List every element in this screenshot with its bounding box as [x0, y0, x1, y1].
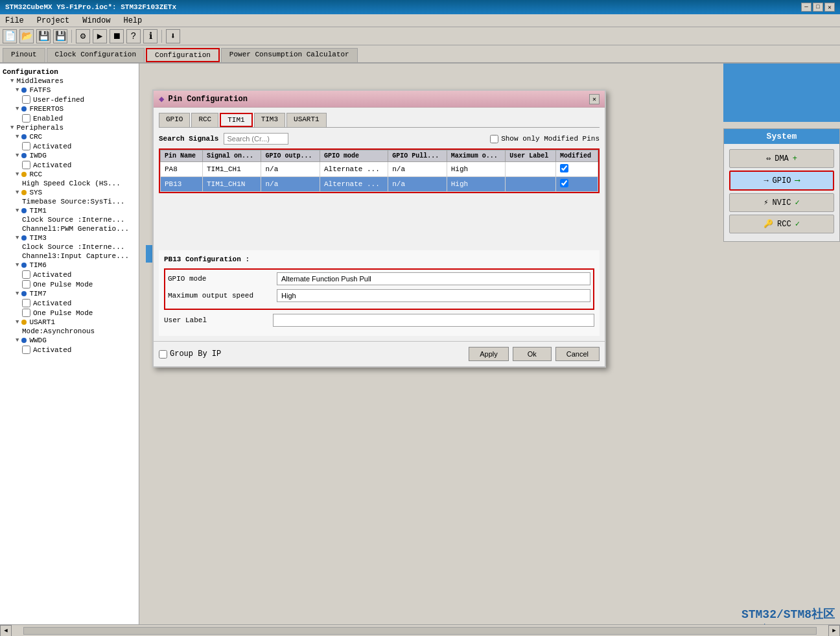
rcc-clock-label: High Speed Clock (HS... [22, 180, 121, 187]
middlewares-expand-icon: ▼ [10, 78, 14, 84]
apply-button[interactable]: Apply [469, 347, 509, 361]
window-controls: ─ □ ✕ [801, 3, 835, 12]
toolbar-save2[interactable]: 💾 [53, 29, 67, 43]
scroll-track[interactable] [23, 627, 817, 635]
tab-pinout[interactable]: Pinout [3, 48, 45, 62]
scroll-left-button[interactable]: ◀ [0, 625, 12, 637]
tab-configuration[interactable]: Configuration [146, 48, 220, 62]
fatfs-userdefined-checkbox[interactable] [22, 95, 30, 104]
toolbar-save[interactable]: 💾 [36, 29, 51, 43]
tree-wwdg[interactable]: ▼ WWDG [3, 336, 136, 345]
tree-tim7[interactable]: ▼ TIM7 [3, 289, 136, 298]
dialog-tab-tim1[interactable]: TIM1 [220, 113, 252, 127]
tree-tim1[interactable]: ▼ TIM1 [3, 206, 136, 215]
menu-window[interactable]: Window [80, 16, 113, 25]
freertos-enabled-label: Enabled [33, 115, 63, 123]
tree-usart1[interactable]: ▼ USART1 [3, 318, 136, 327]
tim6-onepulse-checkbox[interactable] [22, 280, 30, 289]
table-row[interactable]: PA8 TIM1_CH1 n/a Alternate ... n/a High [161, 162, 598, 177]
tree-peripherals[interactable]: ▼ Peripherals [3, 123, 136, 132]
toolbar-gear[interactable]: ⚙ [76, 29, 90, 43]
tree-fatfs[interactable]: ▼ FATFS [3, 86, 136, 95]
tim7-onepulse-checkbox[interactable] [22, 309, 30, 317]
toolbar-help[interactable]: ? [126, 29, 141, 43]
toolbar-info[interactable]: ℹ [143, 29, 158, 43]
close-window-button[interactable]: ✕ [824, 3, 835, 12]
tim1-clock-label: Clock Source :Interne... [22, 216, 124, 224]
gpio-mode-select[interactable]: Alternate Function Push Pull Alternate F… [277, 272, 590, 285]
row1-gpio-mode: Alternate ... [320, 162, 388, 177]
row2-gpio-mode: Alternate ... [320, 177, 388, 192]
tree-sys[interactable]: ▼ SYS [3, 188, 136, 197]
toolbar-download[interactable]: ⬇ [166, 29, 180, 43]
search-bar: Search Signals Show only Modified Pins [159, 133, 600, 145]
dialog-close-button[interactable]: ✕ [589, 94, 600, 104]
show-modified-checkbox[interactable] [490, 135, 498, 143]
tree-rcc[interactable]: ▼ RCC [3, 170, 136, 179]
toolbar-open[interactable]: 📂 [19, 29, 34, 43]
sys-expand-icon: ▼ [16, 189, 19, 196]
tree-rcc-clock: High Speed Clock (HS... [3, 179, 136, 188]
tim7-activated-checkbox[interactable] [22, 299, 30, 307]
menu-bar: File Project Window Help [0, 14, 840, 27]
menu-project[interactable]: Project [34, 16, 72, 25]
dialog-footer: Group By IP Apply Ok Cancel [154, 341, 605, 366]
menu-file[interactable]: File [3, 16, 27, 25]
toolbar: 📄 📂 💾 💾 ⚙ ▶ ⏹ ? ℹ ⬇ [0, 27, 840, 45]
ok-button[interactable]: Ok [513, 347, 552, 361]
cancel-button[interactable]: Cancel [555, 347, 600, 361]
dialog-pin-icon: ◆ [159, 93, 164, 104]
gpio-mode-label: GPIO mode [168, 275, 272, 283]
tab-power[interactable]: Power Consumption Calculator [221, 48, 358, 62]
freertos-label: FREERTOS [29, 105, 64, 113]
footer-right: Apply Ok Cancel [469, 347, 600, 361]
user-label-input[interactable] [273, 314, 594, 327]
tab-clock[interactable]: Clock Configuration [47, 48, 145, 62]
empty-space [159, 193, 600, 245]
toolbar-stop[interactable]: ⏹ [110, 29, 124, 43]
minimize-button[interactable]: ─ [801, 3, 811, 12]
row1-pin: PA8 [161, 162, 203, 177]
toolbar-run[interactable]: ▶ [93, 29, 107, 43]
iwdg-activated-checkbox[interactable] [22, 161, 30, 169]
max-speed-row: Maximum output speed High Medium Low [168, 289, 590, 302]
rcc-check-icon: ✓ [795, 219, 800, 229]
iwdg-label: IWDG [29, 152, 46, 159]
tree-tim6[interactable]: ▼ TIM6 [3, 261, 136, 270]
row2-gpio-out: n/a [261, 177, 320, 192]
maximize-button[interactable]: □ [813, 3, 823, 12]
system-nvic-button[interactable]: ⚡ NVIC ✓ [729, 193, 834, 212]
tree-tim3[interactable]: ▼ TIM3 [3, 233, 136, 242]
menu-help[interactable]: Help [121, 16, 145, 25]
tree-freertos[interactable]: ▼ FREERTOS [3, 104, 136, 113]
dialog-tab-tim3[interactable]: TIM3 [254, 113, 285, 127]
tree-crc[interactable]: ▼ CRC [3, 132, 136, 141]
wwdg-activated-checkbox[interactable] [22, 346, 30, 354]
crc-activated-checkbox[interactable] [22, 142, 30, 150]
gpio-arrow-icon: ⟶ [795, 176, 799, 185]
dma-icon: ⇔ [766, 154, 771, 163]
freertos-enabled-checkbox[interactable] [22, 114, 30, 123]
max-speed-select[interactable]: High Medium Low [277, 289, 590, 302]
scroll-right-button[interactable]: ▶ [828, 625, 840, 637]
row1-user-label [506, 162, 556, 177]
search-input[interactable] [224, 133, 288, 145]
wwdg-dot-icon [21, 338, 27, 343]
dialog-tab-rcc[interactable]: RCC [191, 113, 218, 127]
tree-middlewares[interactable]: ▼ Middlewares [3, 77, 136, 86]
iwdg-dot-icon [21, 153, 27, 158]
dialog-tab-usart1[interactable]: USART1 [286, 113, 327, 127]
table-row[interactable]: PB13 TIM1_CH1N n/a Alternate ... n/a Hig… [161, 177, 598, 192]
tree-tim6-onepulse: One Pulse Mode [3, 279, 136, 289]
tim1-dot-icon [21, 208, 27, 213]
system-rcc-button[interactable]: 🔑 RCC ✓ [729, 215, 834, 233]
tim6-activated-checkbox[interactable] [22, 270, 30, 279]
group-by-ip-checkbox[interactable] [159, 350, 167, 359]
usart1-expand-icon: ▼ [16, 319, 19, 325]
dma-plus-icon: + [793, 154, 797, 163]
toolbar-new[interactable]: 📄 [3, 29, 17, 43]
system-dma-button[interactable]: ⇔ DMA + [729, 149, 834, 168]
system-gpio-button[interactable]: → GPIO ⟶ [729, 171, 834, 191]
tree-iwdg[interactable]: ▼ IWDG [3, 151, 136, 160]
dialog-tab-gpio[interactable]: GPIO [159, 113, 190, 127]
